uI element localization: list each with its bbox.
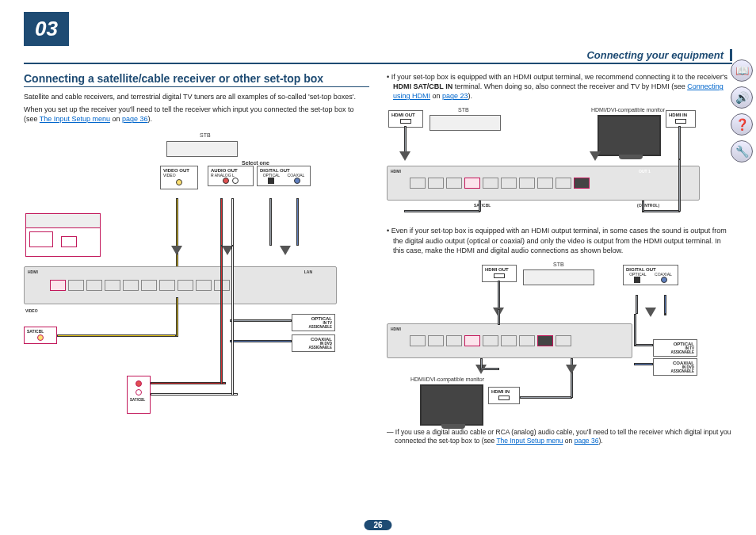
receiver-rear-panel: HDMI (387, 323, 632, 358)
box-coax-in: COAXIAL IN DVDASSIGNABLE (653, 358, 697, 376)
sidebar: 📖 🔊 ❓ 🔧 (731, 59, 753, 162)
device-stb (166, 141, 238, 157)
label: SAT/CBL (27, 329, 54, 334)
receiver-rear-panel: HDMI LAN (24, 266, 337, 304)
box-hdmi-out: HDMI OUT (482, 265, 517, 282)
box-hdmi-in: HDMI IN (666, 110, 696, 128)
body-text: Satellite and cable receivers, and terre… (24, 92, 369, 101)
label: OUT 1 (639, 169, 651, 174)
box-hdmi-out: HDMI OUT (388, 110, 423, 128)
label: HDMI (28, 269, 38, 274)
text-span: If your set-top box is equipped with an … (391, 73, 727, 81)
speaker-icon[interactable]: 🔊 (731, 86, 753, 109)
label-stb: STB (553, 262, 564, 267)
help-icon[interactable]: ❓ (731, 113, 753, 136)
label: COAXIAL (655, 272, 672, 277)
device-stb (523, 269, 594, 285)
page-number: 26 (364, 520, 391, 530)
box-optical-in: OPTICAL IN TV ASSIGNABLE (292, 314, 335, 331)
label: LAN (304, 269, 312, 274)
label: ASSIGNABLE (670, 350, 694, 354)
text-span: ). (468, 92, 473, 100)
header-title: Connecting your equipment (586, 49, 732, 61)
label: HDMI OUT (391, 113, 415, 117)
box-digital-out: DIGITAL OUT OPTICAL COAXIAL (623, 265, 678, 285)
text-span: ). (147, 115, 152, 123)
box-hdmi-in: HDMI IN (488, 387, 520, 404)
section-heading: Connecting a satellite/cable receiver or… (24, 72, 369, 87)
text-span: terminal. When doing so, also connect th… (452, 82, 687, 90)
bullet-hdmi-recommend: If your set-top box is equipped with an … (387, 72, 732, 101)
link-page-36-2[interactable]: page 36 (575, 437, 599, 445)
box-satcbl-video: SAT/CBL (24, 327, 57, 344)
box-coax-in: COAXIAL IN DVD ASSIGNABLE (292, 334, 335, 352)
footnote: — If you use a digital audio cable or RC… (387, 428, 732, 446)
label: HDMI (391, 327, 401, 331)
device-stb (430, 115, 501, 131)
label: ASSIGNABLE (308, 325, 332, 329)
label: HDMI IN (669, 113, 687, 117)
link-input-setup[interactable]: The Input Setup menu (40, 115, 110, 123)
label-monitor: HDMI/DVI-compatible monitor (410, 376, 484, 382)
link-page-36[interactable]: page 36 (122, 115, 148, 123)
text-span: on (563, 437, 575, 445)
link-input-setup-2[interactable]: The Input Setup menu (496, 437, 563, 445)
label: HDMI OUT (485, 267, 509, 272)
box-optical-in: OPTICAL IN TVASSIGNABLE (653, 339, 697, 357)
body-text: When you set up the receiver you'll need… (24, 105, 369, 124)
book-icon[interactable]: 📖 (731, 59, 753, 82)
label: VIDEO (163, 173, 195, 178)
label-stb: STB (458, 107, 469, 113)
text-span: on (110, 115, 122, 123)
box-audio-out: AUDIO OUT R ANALOG L (208, 166, 254, 186)
label: ASSIGNABLE (670, 369, 694, 373)
label: HDMI IN (491, 389, 510, 394)
box-video-out: VIDEO OUT VIDEO (160, 166, 198, 189)
label-stb: STB (200, 132, 211, 138)
bullet-hdmi-audio-separate: Even if your set-top box is equipped wit… (387, 226, 732, 254)
label-select-one: Select one (242, 160, 269, 166)
diagram-hdmi-only: HDMI OUT STB HDMI/DVI-compatible monitor… (387, 107, 732, 226)
label: SAT/CBL (130, 398, 147, 402)
link-page-23[interactable]: page 23 (442, 92, 468, 100)
label-monitor: HDMI/DVI-compatible monitor (591, 107, 665, 113)
label: VIDEO (25, 308, 38, 313)
device-monitor (598, 115, 661, 156)
device-monitor (420, 384, 483, 426)
diagram-hdmi-plus-digital: HDMI OUT STB DIGITAL OUT OPTICAL COAXIAL (387, 262, 732, 428)
box-analog-in: SAT/CBL (127, 376, 151, 414)
label: (CONTROL) (637, 203, 659, 208)
chapter-number: 03 (24, 12, 69, 46)
box-digital-out: DIGITAL OUT OPTICAL COAXIAL (257, 166, 311, 186)
receiver-rear-panel: HDMI (387, 166, 700, 201)
tools-icon[interactable]: 🔧 (731, 140, 753, 162)
diagram-analog-digital: STB VIDEO OUT VIDEO Select one AUDIO OUT… (24, 130, 369, 455)
text-span: on (430, 92, 442, 100)
label: HDMI (391, 169, 401, 174)
label: SAT/CBL (474, 203, 491, 208)
text-bold: HDMI SAT/CBL IN (393, 82, 452, 90)
text-span: ). (598, 437, 602, 445)
label: ASSIGNABLE (308, 346, 332, 350)
